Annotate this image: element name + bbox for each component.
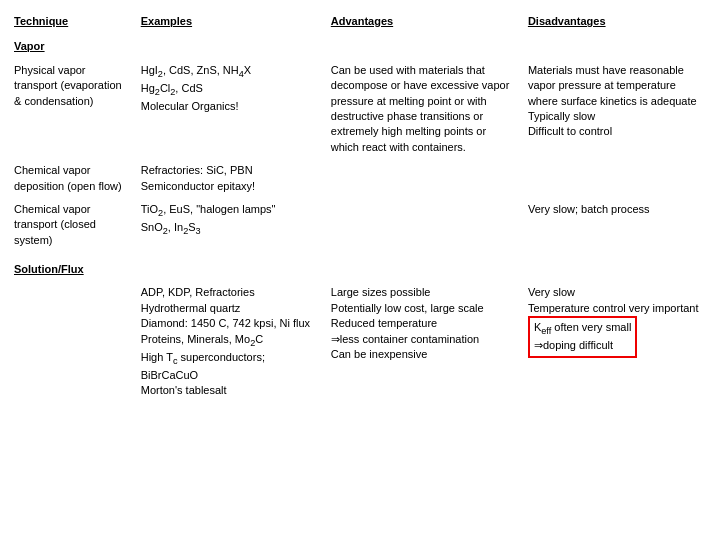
technique-sf <box>8 281 135 402</box>
table-row: Physical vapor transport (evaporation & … <box>8 59 712 159</box>
section-solution-flux: Solution/Flux <box>8 252 712 281</box>
main-page: Technique Examples Advantages Disadvanta… <box>0 0 720 540</box>
header-technique: Technique <box>8 10 135 31</box>
section-vapor: Vapor <box>8 31 135 58</box>
header-examples: Examples <box>135 10 325 31</box>
advantages-sf: Large sizes possible Potentially low cos… <box>325 281 522 402</box>
disadvantages-cvd <box>522 159 712 198</box>
disadvantages-pvt: Materials must have reasonable vapor pre… <box>522 59 712 159</box>
table-row: ADP, KDP, Refractories Hydrothermal quar… <box>8 281 712 402</box>
examples-cvt: TiO2, EuS, "halogen lamps" SnO2, In2S3 <box>135 198 325 252</box>
vapor-advantages-header <box>325 31 522 58</box>
examples-pvt: HgI2, CdS, ZnS, NH4X Hg2Cl2, CdS Molecul… <box>135 59 325 159</box>
disadvantages-sf-boxed: Keff often very small⇒doping difficult <box>528 316 637 357</box>
advantages-cvd <box>325 159 522 198</box>
advantages-pvt: Can be used with materials that decompos… <box>325 59 522 159</box>
vapor-examples-header <box>135 31 325 58</box>
table-row: Chemical vapor deposition (open flow) Re… <box>8 159 712 198</box>
disadvantages-sf: Very slowTemperature control very import… <box>522 281 712 402</box>
examples-sf: ADP, KDP, Refractories Hydrothermal quar… <box>135 281 325 402</box>
technique-cvd: Chemical vapor deposition (open flow) <box>8 159 135 198</box>
header-advantages: Advantages <box>325 10 522 31</box>
header-disadvantages: Disadvantages <box>522 10 712 31</box>
vapor-disadvantages-header <box>522 31 712 58</box>
technique-cvt: Chemical vapor transport (closed system) <box>8 198 135 252</box>
disadvantages-sf-normal: Very slowTemperature control very import… <box>528 286 699 313</box>
table-row: Chemical vapor transport (closed system)… <box>8 198 712 252</box>
advantages-cvt <box>325 198 522 252</box>
disadvantages-cvt: Very slow; batch process <box>522 198 712 252</box>
examples-cvd: Refractories: SiC, PBN Semiconductor epi… <box>135 159 325 198</box>
technique-pvt: Physical vapor transport (evaporation & … <box>8 59 135 159</box>
